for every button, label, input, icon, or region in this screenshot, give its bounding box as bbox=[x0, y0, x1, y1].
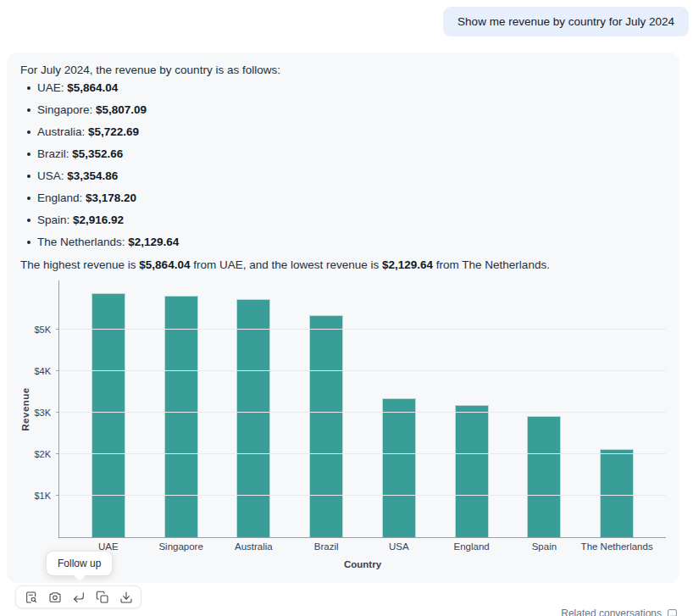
x-tick-label: Brazil bbox=[314, 541, 339, 552]
revenue-amount: $5,722.69 bbox=[88, 125, 139, 138]
gridline bbox=[59, 412, 666, 413]
revenue-amount: $5,807.09 bbox=[96, 103, 147, 116]
revenue-bar[interactable] bbox=[600, 449, 634, 537]
related-conversations-label: Related conversations bbox=[561, 608, 662, 616]
revenue-amount: $5,352.66 bbox=[72, 147, 123, 160]
x-tick-label: The Netherlands bbox=[581, 541, 653, 552]
revenue-bar[interactable] bbox=[455, 405, 489, 537]
related-conversations-icon bbox=[667, 608, 678, 616]
x-tick-label: UAE bbox=[98, 541, 119, 552]
plot-area: Revenue Country UAE Singapore Australia … bbox=[58, 280, 666, 538]
revenue-list: UAE: $5,864.04Singapore: $5,807.09Austra… bbox=[20, 81, 666, 249]
y-tick-mark bbox=[56, 453, 59, 454]
x-tick-label: Australia bbox=[235, 541, 273, 552]
country-label: Australia: bbox=[37, 125, 88, 138]
summary-middle: from UAE, and the lowest revenue is bbox=[190, 258, 382, 271]
x-tick-label: England bbox=[454, 541, 490, 552]
revenue-list-item: England: $3,178.20 bbox=[27, 191, 666, 205]
revenue-bar[interactable] bbox=[236, 299, 270, 537]
download-button[interactable] bbox=[119, 590, 133, 604]
related-conversations-link[interactable]: Related conversations bbox=[561, 608, 678, 616]
gridline bbox=[59, 453, 666, 454]
revenue-amount: $3,354.86 bbox=[67, 169, 118, 182]
revenue-list-item: Spain: $2,916.92 bbox=[27, 214, 666, 227]
y-tick-mark bbox=[56, 495, 59, 496]
revenue-bar[interactable] bbox=[309, 315, 343, 537]
gridline bbox=[59, 495, 666, 496]
summary-prefix: The highest revenue is bbox=[20, 258, 139, 271]
revenue-list-item: The Netherlands: $2,129.64 bbox=[27, 236, 666, 249]
bar-slot: Spain bbox=[508, 280, 581, 537]
country-label: The Netherlands: bbox=[37, 236, 128, 248]
revenue-bar-chart: Revenue Country UAE Singapore Australia … bbox=[20, 280, 666, 577]
country-label: England: bbox=[37, 191, 86, 204]
copy-button[interactable] bbox=[95, 590, 109, 604]
camera-icon bbox=[48, 591, 62, 604]
y-tick-mark bbox=[56, 370, 59, 371]
revenue-amount: $3,178.20 bbox=[86, 191, 136, 204]
revenue-bar[interactable] bbox=[164, 296, 198, 537]
revenue-bar[interactable] bbox=[527, 416, 561, 537]
response-summary: The highest revenue is $5,864.04 from UA… bbox=[20, 258, 666, 273]
gridline bbox=[59, 370, 666, 371]
copy-icon bbox=[96, 591, 109, 604]
revenue-bar[interactable] bbox=[91, 293, 125, 537]
revenue-list-item: Singapore: $5,807.09 bbox=[27, 103, 666, 117]
bar-slot: The Netherlands bbox=[580, 280, 653, 537]
y-tick-mark bbox=[56, 412, 59, 413]
bar-slot: UAE bbox=[72, 280, 145, 537]
x-tick-label: Spain bbox=[532, 541, 557, 552]
y-tick-label: $3K bbox=[34, 408, 51, 418]
follow-up-return-icon bbox=[72, 591, 86, 604]
assistant-response-card: For July 2024, the revenue by country is… bbox=[7, 53, 679, 583]
x-tick-label: Singapore bbox=[158, 541, 202, 552]
country-label: USA: bbox=[37, 169, 67, 182]
download-icon bbox=[119, 591, 133, 604]
chart-action-toolbar bbox=[15, 585, 141, 608]
user-message-bubble: Show me revenue by country for July 2024 bbox=[443, 7, 689, 36]
view-data-button[interactable] bbox=[24, 590, 38, 604]
revenue-amount: $2,129.64 bbox=[128, 236, 179, 248]
revenue-bar[interactable] bbox=[382, 398, 416, 537]
bar-slot: Australia bbox=[218, 280, 291, 537]
country-label: UAE: bbox=[37, 81, 67, 94]
follow-up-button[interactable] bbox=[71, 590, 86, 604]
summary-highest-value: $5,864.04 bbox=[139, 258, 190, 271]
country-label: Spain: bbox=[37, 214, 73, 226]
gridline bbox=[59, 329, 666, 330]
revenue-amount: $2,916.92 bbox=[73, 214, 124, 226]
summary-lowest-value: $2,129.64 bbox=[382, 258, 433, 271]
y-tick-label: $1K bbox=[34, 491, 51, 501]
tooltip-label: Follow up bbox=[58, 558, 101, 569]
follow-up-tooltip: Follow up bbox=[47, 552, 112, 575]
y-tick-label: $4K bbox=[34, 366, 51, 376]
view-data-icon bbox=[25, 591, 38, 604]
bars-container: UAE Singapore Australia Brazil USA Engla… bbox=[59, 280, 666, 537]
country-label: Singapore: bbox=[37, 103, 96, 116]
country-label: Brazil: bbox=[37, 147, 72, 160]
bar-slot: USA bbox=[363, 280, 435, 537]
bar-slot: England bbox=[435, 280, 508, 537]
revenue-list-item: Australia: $5,722.69 bbox=[27, 125, 666, 139]
x-tick-label: USA bbox=[389, 541, 409, 552]
screenshot-button[interactable] bbox=[47, 590, 62, 604]
y-tick-label: $5K bbox=[34, 325, 51, 335]
revenue-list-item: USA: $3,354.86 bbox=[27, 169, 666, 183]
revenue-list-item: Brazil: $5,352.66 bbox=[27, 147, 666, 161]
y-tick-label: $2K bbox=[34, 449, 51, 459]
x-axis-title: Country bbox=[59, 559, 666, 569]
summary-suffix: from The Netherlands. bbox=[433, 258, 550, 271]
bar-slot: Brazil bbox=[290, 280, 363, 537]
user-message-text: Show me revenue by country for July 2024 bbox=[457, 15, 674, 28]
y-axis-title: Revenue bbox=[20, 387, 30, 430]
revenue-amount: $5,864.04 bbox=[67, 81, 118, 94]
revenue-list-item: UAE: $5,864.04 bbox=[27, 81, 666, 95]
response-intro: For July 2024, the revenue by country is… bbox=[20, 63, 666, 78]
y-tick-mark bbox=[56, 329, 59, 330]
bar-slot: Singapore bbox=[145, 280, 218, 537]
